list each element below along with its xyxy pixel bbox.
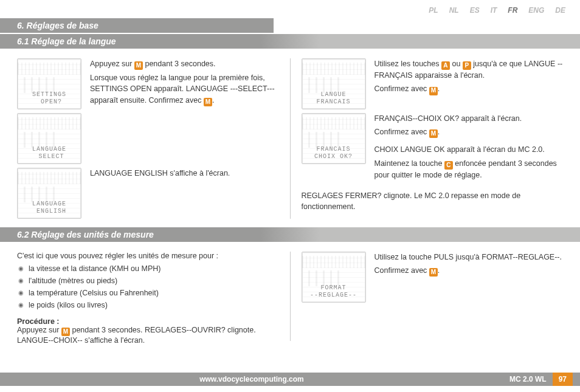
lcd-text: LANGUAGE ENGLISH	[18, 201, 81, 215]
m-icon: M	[61, 328, 70, 336]
language-tabs: PL NL ES IT FR ENG DE	[0, 6, 580, 18]
lcd-thumb-language-english: LANGUAGE ENGLISH	[17, 168, 81, 219]
lcd-text: FRANCAIS CHOIX OK?	[302, 146, 365, 160]
lcd-text: LANGUE FRANCAIS	[302, 91, 365, 105]
units-list: la vitesse et la distance (KMH ou MPH) l…	[17, 263, 277, 311]
list-item: l'altitude (mètres ou pieds)	[18, 275, 277, 287]
list-item: le poids (kilos ou livres)	[18, 299, 277, 311]
a-icon: A	[441, 61, 450, 70]
lcd-thumb-langue-francais: LANGUE FRANCAIS	[302, 58, 366, 109]
footer-bar: www.vdocyclecomputing.com MC 2.0 WL 97	[0, 373, 580, 386]
footer-model: MC 2.0 WL	[503, 375, 553, 383]
lang-eng[interactable]: ENG	[528, 6, 544, 15]
m-icon: M	[204, 98, 212, 106]
lcd-text: LANGUAGE SELECT	[18, 146, 81, 160]
lang-nl[interactable]: NL	[449, 6, 459, 15]
lcd-text: FORMAT --REGLAGE--	[302, 284, 365, 298]
lcd-text: SETTINGS OPEN?	[18, 91, 81, 105]
step-text: LANGUAGE ENGLISH s'affiche à l'écran.	[90, 168, 277, 219]
footer-page-number: 97	[553, 373, 573, 386]
procedure-step: LANGUE--CHOIX-- s'affiche à l'écran.	[17, 336, 277, 345]
lang-pl[interactable]: PL	[429, 6, 438, 15]
lcd-thumb-language-select: LANGUAGE SELECT	[17, 113, 81, 164]
m-icon: M	[429, 268, 438, 277]
step-text: Appuyez sur M pendant 3 secondes. Lorsqu…	[90, 58, 277, 109]
col-6-1-right: LANGUE FRANCAIS Utilisez les touches A o…	[291, 50, 581, 227]
col-6-1-left: SETTINGS OPEN? Appuyez sur M pendant 3 s…	[0, 50, 290, 227]
lang-es[interactable]: ES	[470, 6, 480, 15]
subsection-heading-6-2: 6.2 Réglage des unités de mesure	[0, 227, 580, 242]
section-heading-6: 6. Réglages de base	[0, 18, 274, 33]
list-item: la température (Celsius ou Fahrenheit)	[18, 287, 277, 299]
m-icon: M	[429, 87, 438, 95]
lcd-thumb-format-reglage: FORMAT --REGLAGE--	[302, 252, 366, 303]
p-icon: P	[463, 61, 471, 70]
lang-it[interactable]: IT	[491, 6, 497, 15]
m-icon: M	[134, 61, 143, 70]
lang-de[interactable]: DE	[555, 6, 565, 15]
procedure-heading: Procédure :	[17, 317, 277, 326]
lcd-thumb-francais-choix-ok: FRANCAIS CHOIX OK?	[302, 113, 366, 164]
subsection-heading-6-1: 6.1 Réglage de la langue	[0, 34, 580, 49]
col-6-2-right: FORMAT --REGLAGE-- Utilisez la touche PU…	[291, 243, 581, 349]
footer-url: www.vdocyclecomputing.com	[0, 375, 503, 383]
procedure-step: Appuyez sur M pendant 3 secondes. REGLAG…	[17, 326, 277, 336]
lang-fr[interactable]: FR	[508, 6, 517, 15]
step-text: FRANÇAIS--CHOIX OK? apparaît à l'écran. …	[375, 113, 564, 183]
step-text: Utilisez la touche PULS jusqu'à FORMAT--…	[375, 252, 564, 303]
col-6-2-left: C'est ici que vous pouvez régler les uni…	[0, 243, 290, 349]
lcd-thumb-settings-open: SETTINGS OPEN?	[17, 58, 81, 109]
m-icon: M	[429, 129, 438, 138]
c-icon: C	[444, 161, 453, 170]
closing-note: REGLAGES FERMER? clignote. Le MC 2.0 rep…	[302, 190, 564, 212]
step-text: Utilisez les touches A ou P jusqu'à ce q…	[375, 58, 564, 109]
list-item: la vitesse et la distance (KMH ou MPH)	[18, 263, 277, 275]
units-intro: C'est ici que vous pouvez régler les uni…	[17, 252, 277, 260]
